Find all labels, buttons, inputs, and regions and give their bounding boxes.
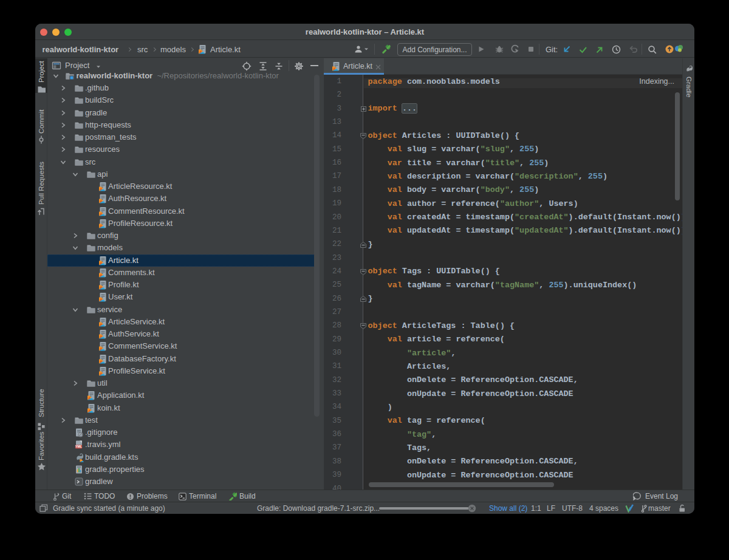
svg-text:YML: YML bbox=[75, 445, 83, 449]
